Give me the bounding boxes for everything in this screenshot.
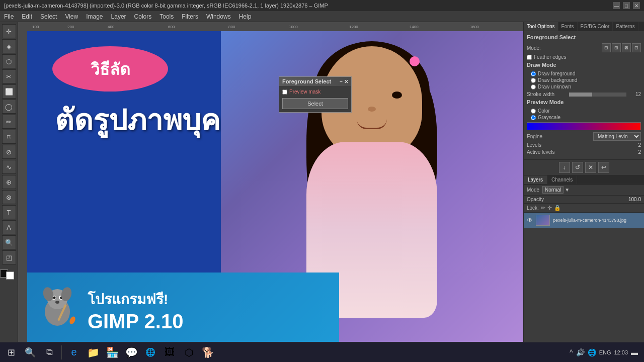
tab-fg-bg-color[interactable]: FG/BG Color: [578, 22, 613, 31]
taskbar-app7[interactable]: ⬡: [180, 343, 198, 361]
menu-item-image[interactable]: Image: [82, 11, 107, 22]
background-color[interactable]: [6, 272, 14, 280]
layer-visibility-eye[interactable]: 👁: [527, 217, 533, 224]
preview-mask-checkbox[interactable]: [282, 89, 287, 95]
menu-item-tools[interactable]: Tools: [155, 11, 178, 22]
active-levels-val: 2: [638, 149, 641, 155]
taskbar-show-desktop[interactable]: ▬: [631, 348, 638, 356]
tool-color-picker[interactable]: ⊗: [2, 190, 16, 204]
lock-label: Lock:: [527, 205, 539, 211]
layers-mode-val: Normal: [542, 186, 564, 194]
tab-patterns[interactable]: Patterns: [613, 22, 638, 31]
preview-color-label: Color: [538, 108, 550, 114]
preview-grayscale-radio[interactable]: [531, 115, 536, 120]
menu-item-layer[interactable]: Layer: [107, 11, 130, 22]
layers-actions-top: ↓ ↺ ✕ ↩: [524, 160, 644, 175]
mode-dropdown-arrow[interactable]: ▼: [565, 187, 570, 193]
layer-item[interactable]: 👁 pexels-julia-m-cameron-4143798.jpg: [524, 213, 644, 228]
mode-icons: ⊟ ⊞ ⊠ ⊡: [602, 43, 641, 52]
active-levels-row: Active levels 2: [527, 149, 641, 155]
window-controls[interactable]: — □ ✕: [613, 2, 640, 9]
preview-grayscale-label: Grayscale: [538, 115, 560, 120]
layers-mode-dropdown[interactable]: Normal ▼: [542, 186, 570, 194]
tool-rect-select[interactable]: ⬜: [2, 84, 16, 99]
draw-fg-radio[interactable]: [531, 71, 536, 76]
engine-dropdown[interactable]: Matting Levin Matting Global: [593, 132, 641, 141]
tool-text[interactable]: T: [2, 205, 16, 219]
mode-subtract[interactable]: ⊠: [622, 43, 631, 52]
tool-align[interactable]: A: [2, 220, 16, 234]
stroke-width-val: 12: [628, 92, 641, 97]
opacity-row: Opacity 100.0: [524, 196, 644, 204]
mode-replace[interactable]: ⊟: [602, 43, 611, 52]
menu-item-filters[interactable]: Filters: [178, 11, 202, 22]
taskbar-gimp[interactable]: 🐕: [199, 343, 217, 361]
layer-refresh-btn[interactable]: ↺: [572, 162, 583, 173]
taskbar-photos[interactable]: 🖼: [160, 343, 179, 361]
menu-item-select[interactable]: Select: [36, 11, 61, 22]
tool-ellipse[interactable]: ◯: [2, 100, 16, 114]
mode-intersect[interactable]: ⊡: [632, 43, 641, 52]
canvas-area: 100 200 400 600 800 1000 1200 1400 1600 …: [18, 22, 523, 362]
banner-line2: GIMP 2.10: [88, 310, 183, 333]
tool-paintbrush[interactable]: ⌑: [2, 130, 16, 144]
lock-all-icon[interactable]: 🔒: [554, 205, 561, 211]
taskbar-notification[interactable]: ^: [570, 348, 573, 356]
menu-item-view[interactable]: View: [61, 11, 82, 22]
mode-add[interactable]: ⊞: [612, 43, 621, 52]
taskbar-edge[interactable]: e: [65, 343, 83, 361]
preview-color-radio[interactable]: [531, 109, 536, 114]
menu-item-help[interactable]: Help: [235, 11, 256, 22]
tool-crop[interactable]: ◰: [2, 250, 16, 264]
ruler-horizontal-row: 100 200 400 600 800 1000 1200 1400 1600: [18, 22, 523, 31]
layer-undo-btn[interactable]: ↩: [598, 162, 609, 173]
tool-pencil[interactable]: ✏: [2, 115, 16, 129]
layers-tab-channels[interactable]: Channels: [547, 175, 577, 184]
tool-eraser[interactable]: ⊘: [2, 145, 16, 159]
taskbar-line[interactable]: 💬: [122, 343, 140, 361]
tool-fuzzy-select[interactable]: ◈: [2, 39, 16, 53]
draw-bg-radio[interactable]: [531, 78, 536, 83]
draw-bg-label: Draw background: [538, 77, 577, 83]
start-button[interactable]: ⊞: [2, 343, 20, 361]
layer-delete-btn[interactable]: ✕: [585, 162, 596, 173]
fg-dialog-minimize[interactable]: −: [340, 79, 343, 84]
task-view-button[interactable]: ⧉: [40, 343, 58, 361]
draw-unknown-radio[interactable]: [531, 84, 536, 89]
menu-item-colors[interactable]: Colors: [130, 11, 156, 22]
title-bar: [pexels-julia-m-cameron-4143798] (import…: [0, 0, 644, 11]
draw-unknown-label: Draw unknown: [538, 84, 571, 89]
stroke-width-slider[interactable]: [569, 93, 626, 97]
maximize-button[interactable]: □: [623, 2, 630, 9]
tool-zoom[interactable]: ⊕: [2, 175, 16, 189]
tab-fonts[interactable]: Fonts: [558, 22, 578, 31]
taskbar-file-explorer[interactable]: 📁: [84, 343, 102, 361]
taskbar-network[interactable]: 🌐: [588, 348, 596, 356]
search-button[interactable]: 🔍: [21, 343, 39, 361]
tool-arrow[interactable]: ✛: [2, 24, 16, 38]
layer-move-down-btn[interactable]: ↓: [559, 162, 570, 173]
taskbar-chrome[interactable]: 🌐: [141, 343, 159, 361]
canvas-viewport[interactable]: วิธีลัด ตัดรูปภาพบุคคล: [27, 31, 523, 362]
lock-position-icon[interactable]: ✛: [547, 205, 552, 211]
tab-tool-options[interactable]: Tool Options: [524, 22, 558, 31]
tool-scissors[interactable]: ✂: [2, 69, 16, 83]
tool-free-select[interactable]: ⬡: [2, 54, 16, 68]
banner-line1: โปรแกรมฟรี!: [88, 288, 183, 310]
minimize-button[interactable]: —: [613, 2, 620, 9]
tool-magnify[interactable]: 🔍: [2, 235, 16, 249]
select-button[interactable]: Select: [282, 98, 348, 109]
feather-checkbox[interactable]: [527, 55, 532, 60]
lock-pixels-icon[interactable]: ✏: [541, 205, 545, 211]
menu-item-file[interactable]: File: [0, 11, 18, 22]
fg-dialog-close[interactable]: ✕: [344, 79, 348, 84]
taskbar-store[interactable]: 🏪: [103, 343, 121, 361]
menu-item-windows[interactable]: Windows: [202, 11, 235, 22]
tool-paths[interactable]: ∿: [2, 160, 16, 174]
menu-item-edit[interactable]: Edit: [18, 11, 36, 22]
close-button[interactable]: ✕: [633, 2, 640, 9]
layers-tab-layers[interactable]: Layers: [524, 175, 547, 184]
taskbar-separator: [61, 345, 62, 359]
pink-oval-banner: วิธีลัด: [52, 46, 168, 92]
taskbar-volume[interactable]: 🔊: [576, 348, 585, 356]
